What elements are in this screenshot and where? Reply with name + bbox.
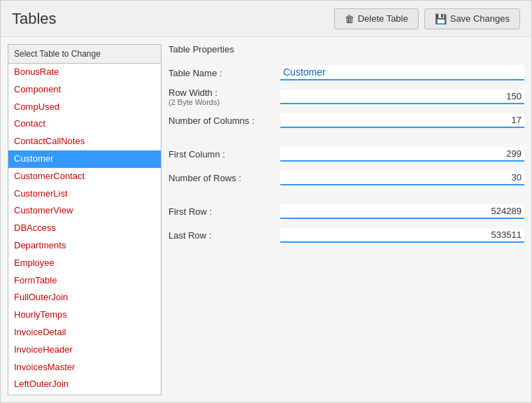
num-rows-input[interactable]: [280, 171, 524, 185]
right-panel: Table Properties Table Name : Row Width …: [168, 44, 524, 395]
content-area: Select Table to Change BonusRateComponen…: [1, 37, 531, 402]
table-list-item[interactable]: Component: [8, 81, 161, 99]
first-column-input[interactable]: [280, 147, 524, 162]
header: Tables 🗑 Delete Table 💾 Save Changes: [1, 1, 531, 37]
table-list-item[interactable]: CustomerContact: [8, 168, 161, 185]
row-width-input[interactable]: [280, 90, 524, 104]
save-icon: 💾: [435, 13, 447, 24]
table-list-item[interactable]: Contact: [8, 115, 161, 133]
table-list-item[interactable]: CompUsed: [8, 99, 161, 116]
main-window: Tables 🗑 Delete Table 💾 Save Changes Sel…: [0, 0, 532, 403]
table-list-item[interactable]: LeftOuterJoin: [8, 376, 161, 393]
header-buttons: 🗑 Delete Table 💾 Save Changes: [334, 8, 520, 29]
table-list-item[interactable]: Employee: [8, 255, 161, 272]
num-columns-label: Number of Columns :: [168, 115, 280, 126]
first-column-row: First Column :: [168, 144, 524, 164]
table-list-item[interactable]: InvoiceDetail: [8, 324, 161, 341]
table-list-container: BonusRateComponentCompUsedContactContact…: [8, 64, 161, 395]
delete-table-button[interactable]: 🗑 Delete Table: [334, 8, 419, 29]
table-list-item[interactable]: DBAccess: [8, 220, 161, 237]
table-list-item[interactable]: BonusRate: [8, 64, 161, 81]
table-name-row: Table Name :: [168, 63, 524, 83]
table-list-item[interactable]: Departments: [8, 237, 161, 255]
table-list-item[interactable]: Customer: [8, 150, 161, 168]
num-rows-row: Number of Rows :: [168, 168, 524, 188]
table-list-item[interactable]: HourlyTemps: [8, 306, 161, 324]
table-list: BonusRateComponentCompUsedContactContact…: [8, 64, 161, 395]
last-row-input[interactable]: [280, 228, 524, 243]
table-list-item[interactable]: FormTable: [8, 272, 161, 290]
first-row-input[interactable]: [280, 204, 524, 219]
table-properties-header: Table Properties: [168, 44, 524, 55]
left-panel-header: Select Table to Change: [8, 45, 161, 64]
table-list-item[interactable]: Levels: [8, 393, 161, 395]
row-width-label: Row Width : (2 Byte Words): [168, 87, 280, 106]
table-list-item[interactable]: CustomerView: [8, 202, 161, 220]
first-column-label: First Column :: [168, 149, 280, 160]
table-list-item[interactable]: InvoiceHeader: [8, 341, 161, 359]
table-name-label: Table Name :: [168, 68, 280, 78]
last-row-label: Last Row :: [168, 230, 280, 241]
table-list-item[interactable]: ContactCallNotes: [8, 133, 161, 150]
table-list-item[interactable]: FullOuterJoin: [8, 289, 161, 306]
table-name-input[interactable]: [280, 65, 524, 80]
delete-icon: 🗑: [345, 13, 354, 24]
table-list-item[interactable]: CustomerList: [8, 185, 161, 203]
save-changes-button[interactable]: 💾 Save Changes: [424, 8, 520, 29]
first-row-label: First Row :: [168, 206, 280, 217]
num-columns-input[interactable]: [280, 113, 524, 128]
num-columns-row: Number of Columns :: [168, 111, 524, 130]
last-row-row: Last Row :: [168, 225, 524, 245]
page-title: Tables: [12, 10, 57, 28]
save-button-label: Save Changes: [450, 13, 510, 24]
first-row-row: First Row :: [168, 202, 524, 221]
row-width-row: Row Width : (2 Byte Words): [168, 87, 524, 106]
table-list-item[interactable]: InvoicesMaster: [8, 359, 161, 376]
properties-grid: Table Name : Row Width : (2 Byte Words) …: [168, 63, 524, 245]
delete-button-label: Delete Table: [358, 13, 408, 24]
num-rows-label: Number of Rows :: [168, 173, 280, 183]
left-panel: Select Table to Change BonusRateComponen…: [8, 44, 161, 395]
